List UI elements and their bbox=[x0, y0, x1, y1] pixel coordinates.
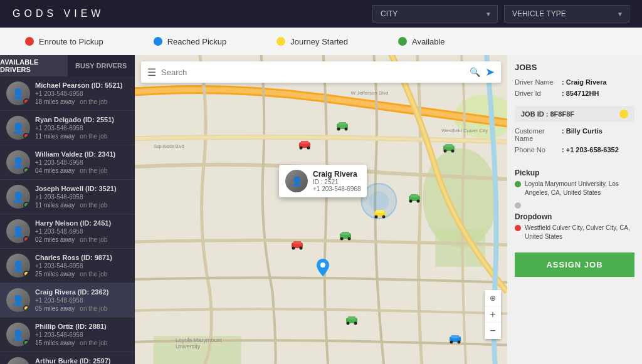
svg-point-27 bbox=[348, 237, 351, 241]
job-id-label: JOB ID : 8F8F8F bbox=[521, 110, 574, 118]
driver-list-item[interactable]: 👤Phillip Ortiz (ID: 2881)+1 203-548-6958… bbox=[0, 318, 135, 352]
svg-point-15 bbox=[345, 128, 348, 131]
vehicle-dropdown-wrapper[interactable]: VEHICLE TYPE ▼ bbox=[504, 5, 629, 23]
driver-job-status: on the job bbox=[80, 305, 107, 312]
svg-text:Westfield Culver City: Westfield Culver City bbox=[441, 128, 488, 133]
available-label: Available bbox=[412, 37, 445, 46]
search-input[interactable] bbox=[161, 68, 465, 77]
driver-list-item[interactable]: 👤Arthur Burke (ID: 2597)+1 203-548-69580… bbox=[0, 352, 135, 364]
driver-meta: 11 miles awayon the job bbox=[35, 133, 129, 140]
driver-info: Joseph Howell (ID: 3521)+1 203-548-69581… bbox=[35, 185, 129, 209]
driver-info: Phillip Ortiz (ID: 2881)+1 203-548-69581… bbox=[35, 323, 129, 346]
driver-avatar: 👤 bbox=[6, 323, 30, 346]
svg-point-14 bbox=[337, 128, 340, 131]
driver-popup: 👤 Craig Rivera ID : 2521 +1 203-548-6968 bbox=[279, 165, 367, 197]
driver-list-item[interactable]: 👤Joseph Howell (ID: 3521)+1 203-548-6958… bbox=[0, 180, 135, 214]
send-icon[interactable]: ➤ bbox=[485, 65, 495, 79]
car-icon-2 bbox=[442, 143, 456, 155]
popup-info: Craig Rivera ID : 2521 +1 203-548-6968 bbox=[313, 170, 360, 192]
waypoint-location bbox=[515, 201, 634, 209]
svg-point-23 bbox=[417, 200, 420, 203]
driver-status-indicator bbox=[23, 98, 29, 105]
driver-phone: +1 203-548-6958 bbox=[35, 228, 129, 235]
driver-info: Arthur Burke (ID: 2597)+1 203-548-695802… bbox=[35, 357, 129, 364]
map-background: Loyola Marymount University Westfield Cu… bbox=[135, 55, 507, 364]
driver-avatar: 👤 bbox=[6, 254, 30, 278]
car-icon-blue bbox=[448, 334, 462, 346]
tab-available-drivers[interactable]: AVAILABLE DRIVERS bbox=[0, 55, 68, 76]
vehicle-dropdown[interactable]: VEHICLE TYPE bbox=[504, 5, 629, 23]
driver-distance: 25 miles away bbox=[35, 271, 75, 278]
reached-dot bbox=[154, 37, 162, 46]
driver-phone: +1 203-548-6958 bbox=[35, 159, 129, 166]
driver-id-label: Driver Id bbox=[515, 90, 562, 97]
right-panel: JOBS Driver Name : Craig Rivera Driver I… bbox=[507, 55, 642, 364]
car-icon-3 bbox=[408, 193, 421, 205]
driver-list-item[interactable]: 👤Charles Ross (ID: 9871)+1 203-548-69582… bbox=[0, 249, 135, 283]
driver-name: Charles Ross (ID: 9871) bbox=[35, 254, 129, 261]
tab-busy-drivers[interactable]: BUSY DRIVERS bbox=[68, 55, 135, 76]
car-icon-5 bbox=[345, 315, 359, 328]
svg-text:Sepulveda Blvd: Sepulveda Blvd bbox=[154, 144, 184, 149]
driver-job-status: on the job bbox=[80, 167, 107, 174]
driver-info: Michael Pearson (ID: 5521)+1 203-548-695… bbox=[35, 81, 129, 105]
svg-point-43 bbox=[382, 216, 386, 219]
popup-avatar: 👤 bbox=[285, 170, 308, 192]
journey-label: Journey Started bbox=[290, 37, 348, 46]
job-id-dot bbox=[619, 110, 628, 118]
customer-name-row: Customer Name : Billy Curtis bbox=[515, 127, 634, 142]
driver-distance: 11 miles away bbox=[35, 202, 75, 209]
driver-status-indicator bbox=[23, 133, 29, 139]
dropdown-location: Westfield Culver City, Culver City, CA, … bbox=[515, 224, 634, 241]
driver-name: Michael Pearson (ID: 5521) bbox=[35, 81, 129, 89]
driver-list-item[interactable]: 👤Harry Nelson (ID: 2451)+1 203-548-69580… bbox=[0, 214, 135, 249]
driver-list-item[interactable]: 👤Michael Pearson (ID: 5521)+1 203-548-69… bbox=[0, 76, 135, 111]
driver-phone: +1 203-548-6958 bbox=[35, 125, 129, 132]
pickup-location: Loyola Marymount University, Los Angeles… bbox=[515, 180, 634, 197]
popup-driver-id: ID : 2521 bbox=[313, 179, 360, 185]
zoom-out-button[interactable]: − bbox=[485, 323, 501, 339]
compass-button[interactable]: ⊕ bbox=[485, 290, 501, 306]
driver-meta: 25 miles awayon the job bbox=[35, 271, 129, 278]
svg-point-35 bbox=[307, 147, 310, 150]
driver-name: Phillip Ortiz (ID: 2881) bbox=[35, 323, 129, 330]
svg-rect-33 bbox=[301, 141, 308, 144]
driver-avatar: 👤 bbox=[6, 219, 30, 243]
driver-phone: +1 203-548-6958 bbox=[35, 331, 129, 338]
driver-list-item[interactable]: 👤Ryan Delgado (ID: 2551)+1 203-548-69581… bbox=[0, 111, 135, 145]
city-dropdown-wrapper[interactable]: CITY ▼ bbox=[372, 5, 498, 23]
driver-list-item[interactable]: 👤William Valdez (ID: 2341)+1 203-548-695… bbox=[0, 145, 135, 180]
driver-job-status: on the job bbox=[80, 236, 107, 243]
driver-meta: 11 miles awayon the job bbox=[35, 202, 129, 209]
car-icon-4 bbox=[339, 231, 352, 243]
driver-list-item[interactable]: 👤Craig Rivera (ID: 2362)+1 203-548-69580… bbox=[0, 283, 135, 318]
location-section: Pickup Loyola Marymount University, Los … bbox=[515, 169, 634, 245]
assign-job-button[interactable]: ASSIGN JOB bbox=[515, 252, 634, 277]
phone-row: Phone No : +1 203-658-6352 bbox=[515, 146, 634, 153]
enroute-dot bbox=[25, 37, 34, 46]
driver-info: Craig Rivera (ID: 2362)+1 203-548-695805… bbox=[35, 288, 129, 312]
zoom-in-button[interactable]: + bbox=[485, 306, 501, 323]
customer-name-value: : Billy Curtis bbox=[562, 127, 603, 135]
driver-info: Ryan Delgado (ID: 2551)+1 203-548-695811… bbox=[35, 116, 129, 140]
svg-point-48 bbox=[320, 263, 325, 268]
menu-icon[interactable]: ☰ bbox=[147, 66, 156, 78]
svg-point-26 bbox=[340, 237, 344, 241]
left-panel: AVAILABLE DRIVERS BUSY DRIVERS 👤Michael … bbox=[0, 55, 135, 364]
map-search-bar: ☰ 🔍 ➤ bbox=[141, 61, 501, 83]
svg-point-42 bbox=[375, 216, 378, 219]
dropdown-title: Dropdown bbox=[515, 212, 634, 221]
svg-point-47 bbox=[458, 341, 461, 344]
driver-status-indicator bbox=[23, 167, 29, 174]
driver-phone: +1 203-548-6958 bbox=[35, 194, 129, 200]
car-icon-red-1 bbox=[298, 140, 312, 152]
customer-name-label: Customer Name bbox=[515, 127, 562, 142]
svg-text:W Jefferson Blvd: W Jefferson Blvd bbox=[350, 90, 388, 96]
city-dropdown[interactable]: CITY bbox=[372, 5, 498, 23]
driver-meta: 05 miles awayon the job bbox=[35, 305, 129, 312]
svg-text:Loyola Marymount: Loyola Marymount bbox=[176, 337, 222, 343]
header: GODS VIEW CITY ▼ VEHICLE TYPE ▼ bbox=[0, 0, 642, 28]
location-pin bbox=[317, 259, 329, 279]
svg-rect-13 bbox=[339, 122, 346, 125]
car-icon-yellow bbox=[373, 209, 387, 221]
